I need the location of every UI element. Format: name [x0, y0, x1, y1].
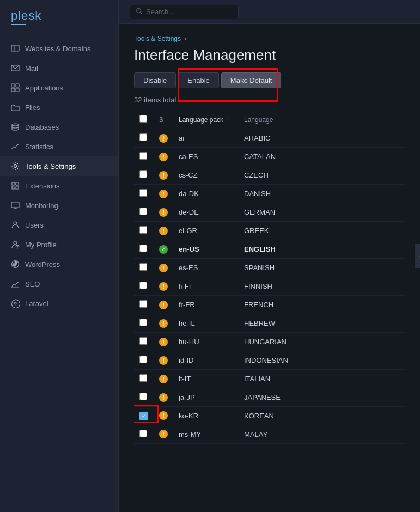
row-checkbox[interactable] — [139, 189, 147, 197]
enable-button[interactable]: Enable — [178, 72, 218, 88]
seo-icon — [11, 279, 20, 288]
warning-icon: ! — [159, 301, 168, 309]
table-row: !cs-CZCZECH — [134, 166, 405, 185]
mail-icon — [11, 64, 20, 72]
warning-icon: ! — [159, 356, 168, 365]
row-checkbox[interactable] — [139, 393, 147, 400]
row-checkbox[interactable] — [139, 319, 147, 326]
sidebar-nav: Websites & Domains Mail Applications — [0, 34, 118, 318]
lang-code: fi-FI — [173, 277, 239, 296]
lang-code: de-DE — [173, 203, 239, 222]
action-buttons: Disable Enable Make Default — [134, 72, 405, 88]
row-checkbox[interactable] — [139, 374, 147, 382]
lang-name: ENGLISH — [239, 240, 405, 259]
svg-rect-5 — [16, 84, 19, 87]
lang-name: CATALAN — [239, 148, 405, 166]
warning-icon: ! — [159, 134, 168, 143]
globe-icon — [11, 44, 20, 53]
sidebar-item-extensions[interactable]: Extensions — [0, 176, 118, 196]
warning-icon: ! — [159, 282, 168, 291]
breadcrumb-parent[interactable]: Tools & Settings — [134, 35, 181, 42]
sidebar-item-monitoring[interactable]: Monitoring — [0, 196, 118, 215]
header-language: Language — [239, 111, 405, 129]
lang-name: HEBREW — [239, 314, 405, 333]
sidebar-item-my-profile[interactable]: My Profile — [0, 235, 118, 254]
row-checkbox[interactable] — [139, 152, 147, 160]
row-checkbox[interactable] — [139, 430, 147, 437]
table-header: S Language pack ↑ Language — [134, 111, 405, 129]
table-wrap: S Language pack ↑ Language !arARABIC!ca-… — [134, 111, 405, 444]
row-checkbox[interactable] — [139, 356, 147, 363]
sidebar-item-label: Laravel — [25, 300, 48, 308]
lang-name: INDONESIAN — [239, 351, 405, 370]
table-row: !ms-MYMALAY — [134, 425, 405, 443]
table-row: !id-IDINDONESIAN — [134, 351, 405, 370]
svg-rect-7 — [16, 88, 19, 92]
header-checkbox[interactable] — [134, 111, 154, 129]
warning-icon: ! — [159, 171, 168, 180]
warning-icon: ! — [159, 411, 168, 420]
sidebar-item-databases[interactable]: Databases — [0, 117, 118, 137]
sidebar-item-statistics[interactable]: Statistics — [0, 137, 118, 156]
sidebar-item-label: My Profile — [25, 241, 57, 249]
lang-name: GREEK — [239, 222, 405, 240]
table-row: !he-ILHEBREW — [134, 314, 405, 333]
row-checkbox[interactable] — [139, 245, 147, 252]
sidebar-item-mail[interactable]: Mail — [0, 58, 118, 78]
sidebar-item-label: Databases — [25, 123, 59, 131]
sidebar-item-label: Monitoring — [25, 202, 58, 210]
sidebar-item-laravel[interactable]: Laravel — [0, 294, 118, 313]
items-count: 32 items total — [134, 96, 405, 104]
sidebar-item-label: WordPress — [25, 260, 60, 269]
folder-icon — [11, 103, 20, 112]
lang-code: en-US — [173, 240, 239, 259]
select-all-checkbox[interactable] — [139, 115, 147, 123]
row-checkbox[interactable] — [139, 337, 147, 345]
checked-checkbox[interactable]: ✓ — [139, 412, 148, 420]
row-checkbox[interactable] — [139, 208, 147, 215]
wordpress-icon — [11, 260, 20, 269]
lang-code: el-GR — [173, 222, 239, 240]
row-checkbox[interactable] — [139, 226, 147, 234]
lang-name: JAPANESE — [239, 388, 405, 407]
sidebar-item-wordpress[interactable]: WordPress — [0, 254, 118, 274]
sidebar-item-users[interactable]: Users — [0, 215, 118, 235]
make-default-button[interactable]: Make Default — [221, 72, 282, 88]
lang-code: ar — [173, 129, 239, 148]
lang-name: HUNGARIAN — [239, 333, 405, 351]
row-checkbox[interactable] — [139, 170, 147, 178]
sidebar-item-label: Applications — [25, 84, 63, 92]
svg-point-9 — [14, 165, 17, 168]
logo: plesk — [0, 0, 118, 34]
header-language-pack[interactable]: Language pack ↑ — [173, 111, 239, 129]
lang-name: MALAY — [239, 425, 405, 443]
svg-rect-4 — [11, 84, 15, 87]
disable-button[interactable]: Disable — [134, 72, 176, 88]
row-checkbox[interactable] — [139, 263, 147, 271]
svg-point-20 — [14, 302, 16, 304]
search-input[interactable] — [146, 8, 233, 16]
warning-icon: ! — [159, 375, 168, 383]
row-checkbox[interactable] — [139, 282, 147, 289]
table-row: !fi-FIFINNISH — [134, 277, 405, 296]
svg-point-21 — [137, 8, 141, 13]
sidebar-item-seo[interactable]: SEO — [0, 274, 118, 294]
warning-icon: ! — [159, 393, 168, 402]
sidebar-item-applications[interactable]: Applications — [0, 78, 118, 97]
table-row: !ca-ESCATALAN — [134, 148, 405, 166]
language-table: S Language pack ↑ Language !arARABIC!ca-… — [134, 111, 405, 444]
table-row: !hu-HUHUNGARIAN — [134, 333, 405, 351]
lang-name: ITALIAN — [239, 370, 405, 388]
table-row: ✓!ko-KRKOREAN — [134, 407, 405, 425]
search-box[interactable] — [130, 5, 239, 19]
sidebar-item-files[interactable]: Files — [0, 97, 118, 117]
sidebar-item-tools-settings[interactable]: Tools & Settings — [0, 156, 118, 176]
row-checkbox[interactable] — [139, 300, 147, 308]
laravel-icon — [11, 299, 20, 308]
lang-code: es-ES — [173, 259, 239, 277]
sidebar-item-websites-domains[interactable]: Websites & Domains — [0, 39, 118, 58]
row-checkbox[interactable] — [139, 133, 147, 141]
lang-name: KOREAN — [239, 407, 405, 425]
table-row: !ja-JPJAPANESE — [134, 388, 405, 407]
warning-icon: ! — [159, 319, 168, 328]
